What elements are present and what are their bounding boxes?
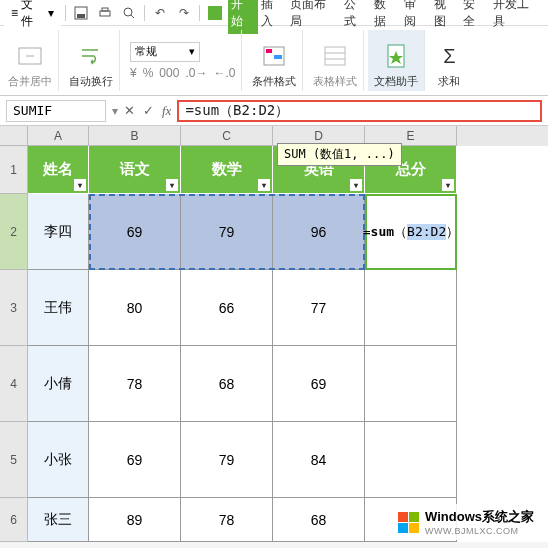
col-header-C[interactable]: C bbox=[181, 126, 273, 146]
comma-icon[interactable]: 000 bbox=[159, 66, 179, 80]
cell-E3[interactable] bbox=[365, 270, 457, 346]
separator bbox=[199, 5, 200, 21]
row-header-3[interactable]: 3 bbox=[0, 270, 28, 346]
cell-D4[interactable]: 69 bbox=[273, 346, 365, 422]
cell-D3[interactable]: 77 bbox=[273, 270, 365, 346]
cell-C4[interactable]: 68 bbox=[181, 346, 273, 422]
header-cell-math[interactable]: 数学▾ bbox=[181, 146, 273, 194]
ribbon-sum[interactable]: Σ 求和 bbox=[429, 30, 469, 91]
cell-C3[interactable]: 66 bbox=[181, 270, 273, 346]
tab-insert[interactable]: 插入 bbox=[258, 0, 288, 34]
col-header-B[interactable]: B bbox=[89, 126, 181, 146]
menubar: ≡ 文件 ▾ ↶ ↷ 开始 插入 页面布局 公式 数据 审阅 视图 安全 开发工… bbox=[0, 0, 548, 26]
table-row: 2 李四 69 79 96 =sum（B2:D2） bbox=[0, 194, 548, 270]
cell-B5[interactable]: 69 bbox=[89, 422, 181, 498]
cell-C6[interactable]: 78 bbox=[181, 498, 273, 542]
cell-B2[interactable]: 69 bbox=[89, 194, 181, 270]
name-box[interactable]: SUMIF bbox=[6, 100, 106, 122]
ribbon: 合并居中 自动换行 常规▾ ¥ % 000 .0→ ←.0 条件格式 表格样式 … bbox=[0, 26, 548, 96]
filter-icon[interactable]: ▾ bbox=[74, 179, 86, 191]
svg-rect-1 bbox=[77, 14, 85, 18]
cell-D2[interactable]: 96 bbox=[273, 194, 365, 270]
windows-logo-icon bbox=[398, 512, 419, 533]
spreadsheet-grid[interactable]: A B C D E 1 姓名▾ 语文▾ 数学▾ 英语▾ 总分▾ 2 李四 69 … bbox=[0, 126, 548, 542]
app-menu-button[interactable]: ≡ 文件 ▾ bbox=[4, 0, 61, 33]
svg-rect-2 bbox=[100, 11, 110, 16]
redo-icon[interactable]: ↷ bbox=[173, 3, 195, 23]
tab-security[interactable]: 安全 bbox=[460, 0, 490, 34]
watermark: Windows系统之家 WWW.BJMLXC.COM bbox=[390, 504, 542, 540]
hamburger-icon: ≡ bbox=[11, 6, 18, 20]
svg-rect-12 bbox=[325, 47, 345, 65]
tab-view[interactable]: 视图 bbox=[431, 0, 461, 34]
cell-D5[interactable]: 84 bbox=[273, 422, 365, 498]
cancel-icon[interactable]: ✕ bbox=[124, 103, 135, 118]
name-box-dropdown-icon[interactable]: ▾ bbox=[112, 104, 118, 118]
row-header-4[interactable]: 4 bbox=[0, 346, 28, 422]
print-preview-icon[interactable] bbox=[118, 3, 140, 23]
ribbon-tabs: 开始 插入 页面布局 公式 数据 审阅 视图 安全 开发工具 bbox=[228, 0, 544, 34]
cell-name[interactable]: 李四 bbox=[28, 194, 89, 270]
cell-E2-editing[interactable]: =sum（B2:D2） bbox=[365, 194, 457, 270]
cell-E5[interactable] bbox=[365, 422, 457, 498]
separator bbox=[65, 5, 66, 21]
cell-E4[interactable] bbox=[365, 346, 457, 422]
ribbon-table-style[interactable]: 表格样式 bbox=[307, 30, 364, 91]
increase-decimal-icon[interactable]: .0→ bbox=[185, 66, 207, 80]
header-cell-chinese[interactable]: 语文▾ bbox=[89, 146, 181, 194]
cell-B4[interactable]: 78 bbox=[89, 346, 181, 422]
doc-helper-icon bbox=[382, 42, 410, 70]
cell-D6[interactable]: 68 bbox=[273, 498, 365, 542]
table-header-row: 1 姓名▾ 语文▾ 数学▾ 英语▾ 总分▾ bbox=[0, 146, 548, 194]
cell-C2[interactable]: 79 bbox=[181, 194, 273, 270]
formula-bar: SUMIF ▾ ✕ ✓ fx =sum（B2:D2） bbox=[0, 96, 548, 126]
tab-review[interactable]: 审阅 bbox=[401, 0, 431, 34]
ribbon-auto-wrap[interactable]: 自动换行 bbox=[63, 30, 120, 91]
filter-icon[interactable]: ▾ bbox=[258, 179, 270, 191]
tab-data[interactable]: 数据 bbox=[371, 0, 401, 34]
svg-rect-10 bbox=[266, 49, 272, 53]
merge-center-icon bbox=[16, 42, 44, 70]
decrease-decimal-icon[interactable]: ←.0 bbox=[213, 66, 235, 80]
fx-icon[interactable]: fx bbox=[162, 103, 171, 119]
tab-formulas[interactable]: 公式 bbox=[341, 0, 371, 34]
cell-name[interactable]: 小倩 bbox=[28, 346, 89, 422]
ribbon-doc-helper[interactable]: 文档助手 bbox=[368, 30, 425, 91]
row-header-6[interactable]: 6 bbox=[0, 498, 28, 542]
cell-name[interactable]: 小张 bbox=[28, 422, 89, 498]
save-icon[interactable] bbox=[70, 3, 92, 23]
print-icon[interactable] bbox=[94, 3, 116, 23]
filter-icon[interactable]: ▾ bbox=[442, 179, 454, 191]
cell-C5[interactable]: 79 bbox=[181, 422, 273, 498]
filter-icon[interactable]: ▾ bbox=[350, 179, 362, 191]
currency-icon[interactable]: ¥ bbox=[130, 66, 137, 80]
wps-logo-icon bbox=[204, 3, 226, 23]
cell-B6[interactable]: 89 bbox=[89, 498, 181, 542]
separator bbox=[144, 5, 145, 21]
percent-icon[interactable]: % bbox=[143, 66, 154, 80]
row-header-1[interactable]: 1 bbox=[0, 146, 28, 194]
col-header-A[interactable]: A bbox=[28, 126, 89, 146]
undo-icon[interactable]: ↶ bbox=[149, 3, 171, 23]
cond-format-icon bbox=[260, 42, 288, 70]
cell-name[interactable]: 王伟 bbox=[28, 270, 89, 346]
tab-developer[interactable]: 开发工具 bbox=[490, 0, 544, 34]
table-row: 4 小倩 78 68 69 bbox=[0, 346, 548, 422]
number-format-select[interactable]: 常规▾ bbox=[130, 42, 200, 62]
filter-icon[interactable]: ▾ bbox=[166, 179, 178, 191]
cell-B3[interactable]: 80 bbox=[89, 270, 181, 346]
row-header-2[interactable]: 2 bbox=[0, 194, 28, 270]
tab-page-layout[interactable]: 页面布局 bbox=[287, 0, 341, 34]
select-all-corner[interactable] bbox=[0, 126, 28, 146]
table-style-icon bbox=[321, 42, 349, 70]
cell-name[interactable]: 张三 bbox=[28, 498, 89, 542]
ribbon-cond-format[interactable]: 条件格式 bbox=[246, 30, 303, 91]
confirm-icon[interactable]: ✓ bbox=[143, 103, 154, 118]
header-cell-name[interactable]: 姓名▾ bbox=[28, 146, 89, 194]
sum-icon: Σ bbox=[435, 42, 463, 70]
ribbon-merge-center[interactable]: 合并居中 bbox=[2, 30, 59, 91]
row-header-5[interactable]: 5 bbox=[0, 422, 28, 498]
svg-rect-6 bbox=[208, 6, 222, 20]
formula-input[interactable]: =sum（B2:D2） bbox=[177, 100, 542, 122]
tab-start[interactable]: 开始 bbox=[228, 0, 258, 34]
